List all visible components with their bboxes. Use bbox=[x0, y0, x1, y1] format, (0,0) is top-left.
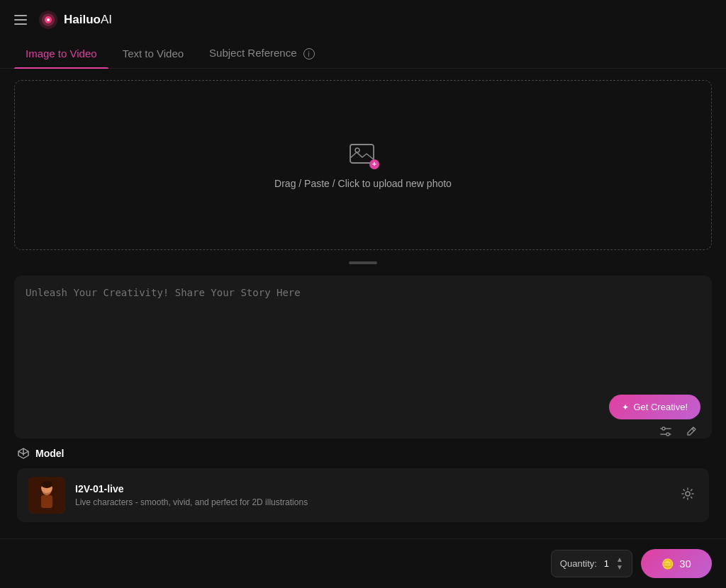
logo-icon bbox=[38, 10, 58, 30]
upload-area[interactable]: + Drag / Paste / Click to upload new pho… bbox=[14, 80, 712, 250]
upload-plus-icon: + bbox=[369, 159, 379, 169]
svg-point-5 bbox=[355, 148, 359, 152]
prompt-tools bbox=[26, 422, 700, 443]
resize-handle-bar bbox=[349, 261, 377, 264]
svg-point-7 bbox=[662, 427, 665, 430]
coin-icon: 🪙 bbox=[661, 558, 674, 570]
quantity-decrease[interactable]: ▼ bbox=[616, 564, 623, 571]
quantity-control: Quantity: 1 ▲ ▼ bbox=[551, 550, 632, 577]
svg-point-9 bbox=[666, 433, 669, 436]
quantity-value: 1 bbox=[604, 558, 609, 569]
sparkle-icon: ✦ bbox=[622, 402, 629, 412]
upload-text: Drag / Paste / Click to upload new photo bbox=[274, 178, 452, 189]
cube-icon bbox=[17, 447, 30, 460]
svg-rect-12 bbox=[41, 495, 52, 508]
hamburger-menu[interactable] bbox=[14, 15, 27, 25]
resize-handle[interactable] bbox=[14, 259, 712, 267]
model-settings-button[interactable] bbox=[678, 484, 698, 507]
settings-tool-button[interactable] bbox=[657, 422, 675, 443]
logo-area: HailuoAI bbox=[38, 10, 112, 30]
sliders-icon bbox=[659, 425, 672, 438]
prompt-input[interactable] bbox=[26, 287, 700, 386]
tab-subject-reference[interactable]: Subject Reference i bbox=[198, 40, 326, 68]
main-content: + Drag / Paste / Click to upload new pho… bbox=[0, 69, 726, 580]
info-icon[interactable]: i bbox=[303, 48, 315, 60]
model-card[interactable]: I2V-01-live Live characters - smooth, vi… bbox=[17, 468, 709, 522]
svg-point-15 bbox=[686, 492, 690, 496]
upload-icon: + bbox=[350, 141, 376, 168]
tab-text-to-video[interactable]: Text to Video bbox=[111, 40, 195, 68]
generate-button[interactable]: 🪙 30 bbox=[641, 549, 712, 578]
prompt-area: ✦ Get Creative! bbox=[14, 276, 712, 439]
bottom-bar: Quantity: 1 ▲ ▼ 🪙 30 bbox=[0, 538, 726, 588]
svg-point-14 bbox=[41, 481, 52, 488]
logo-text: HailuoAI bbox=[64, 13, 112, 27]
model-settings-icon bbox=[681, 487, 695, 501]
header: HailuoAI bbox=[0, 0, 726, 40]
model-description: Live characters - smooth, vivid, and per… bbox=[75, 497, 668, 507]
model-info: I2V-01-live Live characters - smooth, vi… bbox=[75, 483, 668, 507]
model-thumbnail bbox=[28, 477, 65, 514]
get-creative-label: Get Creative! bbox=[633, 402, 688, 412]
get-creative-button[interactable]: ✦ Get Creative! bbox=[609, 395, 700, 419]
model-thumbnail-image bbox=[28, 477, 65, 514]
pencil-icon bbox=[685, 425, 698, 438]
prompt-actions: ✦ Get Creative! bbox=[26, 395, 700, 419]
tab-image-to-video[interactable]: Image to Video bbox=[14, 40, 108, 68]
generate-value: 30 bbox=[679, 558, 691, 570]
edit-tool-button[interactable] bbox=[682, 422, 700, 443]
quantity-label: Quantity: bbox=[560, 558, 597, 569]
svg-point-3 bbox=[47, 18, 50, 21]
model-section: Model I2V-01-live Live characters - smoo… bbox=[14, 447, 712, 522]
quantity-increase[interactable]: ▲ bbox=[616, 556, 623, 563]
model-name: I2V-01-live bbox=[75, 483, 668, 494]
quantity-arrows: ▲ ▼ bbox=[616, 556, 623, 571]
model-label: Model bbox=[17, 447, 709, 460]
tab-bar: Image to Video Text to Video Subject Ref… bbox=[0, 40, 726, 69]
